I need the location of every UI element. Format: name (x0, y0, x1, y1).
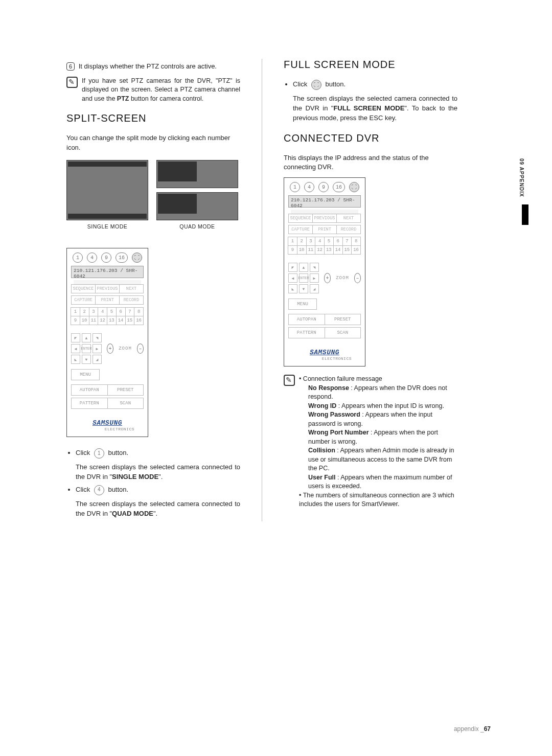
ptz-bold: PTZ (117, 95, 129, 102)
panel-pattern: PATTERN (71, 398, 108, 409)
page: 09 APPENDIX 6 It displays whether the PT… (0, 0, 552, 756)
screenshot-row (66, 160, 240, 220)
note-icon (284, 375, 295, 386)
click-full-post: button. (325, 80, 346, 88)
brand-electronics: ELECTRONICS (67, 427, 148, 431)
click-1-pre: Click (76, 449, 92, 456)
panel-zoom-minus-icon: – (137, 343, 144, 354)
panel-capture: CAPTURE (71, 295, 96, 305)
note-ptz: If you have set PTZ cameras for the DVR,… (66, 77, 240, 104)
note-connection-text: • Connection failure message No Response… (299, 375, 457, 509)
simultaneous-text: The numbers of simultaneous connection a… (299, 492, 454, 508)
panel-mode-16-icon: 16 (116, 253, 128, 263)
panel-mode-1-icon: 1 (73, 253, 83, 263)
note-icon (66, 77, 78, 88)
column-divider (262, 59, 262, 521)
item-6-text: It displays whether the PTZ controls are… (79, 62, 217, 70)
heading-connected-dvr: CONNECTED DVR (284, 132, 457, 144)
panel-next: NEXT (120, 284, 144, 293)
connected-intro: This displays the IP address and the sta… (284, 153, 457, 173)
panel-zoom-plus-icon: + (107, 343, 113, 354)
conn-fail-head: Connection failure message (303, 375, 382, 382)
footer-label: appendix _ (454, 725, 484, 732)
panel-previous: PREVIOUS (96, 284, 120, 293)
heading-split-screen: SPLIT-SCREEN (66, 112, 240, 124)
brand-samsung: SAMSUNG (93, 419, 122, 427)
full-desc: The screen displays the selected camera … (293, 94, 457, 123)
panel2-ip-bar: 210.121.176.203 / SHR-6042 (288, 195, 361, 208)
mode-1-inline-icon: 1 (94, 448, 104, 459)
panel-scan: SCAN (108, 398, 144, 409)
click-1-post: button. (108, 449, 128, 456)
panel2-channel-grid: 12345678 910111213141516 (288, 237, 361, 255)
footer-number: 67 (484, 725, 491, 732)
caption-single: SINGLE MODE (66, 223, 148, 230)
panel2-mode-4-icon: 4 (304, 182, 314, 192)
panel-mode-9-icon: 9 (101, 253, 111, 263)
panel2-mode-16-icon: 16 (333, 182, 345, 192)
panel-record: RECORD (120, 295, 144, 305)
screenshot-quad-top (156, 160, 238, 188)
side-tab-label: 09 APPENDIX (519, 158, 524, 197)
heading-full-screen: FULL SCREEN MODE (284, 59, 457, 71)
click-4-desc: The screen displays the selected camera … (76, 499, 240, 519)
left-column: 6 It displays whether the PTZ controls a… (66, 59, 240, 521)
panel-dpad: ◤▲◥ ◀ENTER▶ ◣▼◢ (71, 333, 102, 364)
panel2-mode-full-icon: ⛶ (349, 182, 359, 192)
click-1-bullet: Click 1 button. The screen displays the … (76, 448, 240, 482)
panel-autopan: AUTOPAN (71, 384, 108, 396)
click-4-post: button. (108, 486, 128, 493)
panel2-mode-9-icon: 9 (318, 182, 329, 192)
quad-mode-bold: QUAD MODE (112, 510, 153, 517)
panel-print: PRINT (96, 295, 120, 305)
panel-channel-grid: 12345678 910111213141516 (71, 308, 144, 325)
panel-menu: MENU (71, 369, 100, 380)
note-connection: • Connection failure message No Response… (284, 375, 457, 509)
page-footer: appendix _67 (454, 725, 491, 732)
click-1-desc: The screen displays the selected camera … (76, 463, 240, 482)
panel-mode-4-icon: 4 (87, 253, 97, 263)
item-6: 6 It displays whether the PTZ controls a… (66, 62, 240, 72)
control-panel-figure-right: 1 4 9 16 ⛶ 210.121.176.203 / SHR-6042 SE… (284, 177, 365, 366)
panel2-mode-1-icon: 1 (290, 182, 300, 192)
panel-ip-text: 210.121.176.203 / SHR-6042 (74, 268, 137, 279)
click-4-bullet: Click 4 button. The screen displays the … (76, 485, 240, 519)
panel-sequence: SEQUENCE (71, 284, 96, 293)
click-full-bullet: Click ⛶ button. The screen displays the … (293, 80, 457, 123)
panel-zoom-label: ZOOM (119, 346, 132, 351)
two-column-layout: 6 It displays whether the PTZ controls a… (66, 59, 498, 521)
panel-ip-bar: 210.121.176.203 / SHR-6042 (71, 266, 144, 278)
screenshot-quad-bottom (156, 192, 238, 220)
full-mode-bold: FULL SCREEN MODE (333, 104, 404, 112)
panel-mode-full-icon: ⛶ (132, 253, 142, 263)
click-full-pre: Click (293, 80, 309, 88)
caption-row: SINGLE MODE QUAD MODE (66, 223, 240, 230)
screenshot-single-mode (66, 160, 148, 220)
panel2-ip-text: 210.121.176.203 / SHR-6042 (291, 197, 355, 209)
panel-preset: PRESET (108, 384, 144, 396)
split-intro: You can change the split mode by clickin… (66, 133, 240, 153)
control-panel-figure-left: 1 4 9 16 ⛶ 210.121.176.203 / SHR-6042 SE… (66, 248, 148, 437)
panel-brand: SAMSUNG ELECTRONICS (67, 418, 148, 431)
single-mode-bold: SINGLE MODE (112, 473, 158, 480)
click-4-pre: Click (76, 486, 92, 493)
full-screen-inline-icon: ⛶ (311, 80, 321, 90)
mode-4-inline-icon: 4 (94, 485, 104, 495)
right-column: FULL SCREEN MODE Click ⛶ button. The scr… (284, 59, 457, 521)
side-tab-marker (522, 204, 528, 225)
caption-quad: QUAD MODE (156, 223, 238, 230)
note-ptz-text: If you have set PTZ cameras for the DVR,… (82, 77, 240, 104)
marker-6-icon: 6 (66, 62, 75, 71)
